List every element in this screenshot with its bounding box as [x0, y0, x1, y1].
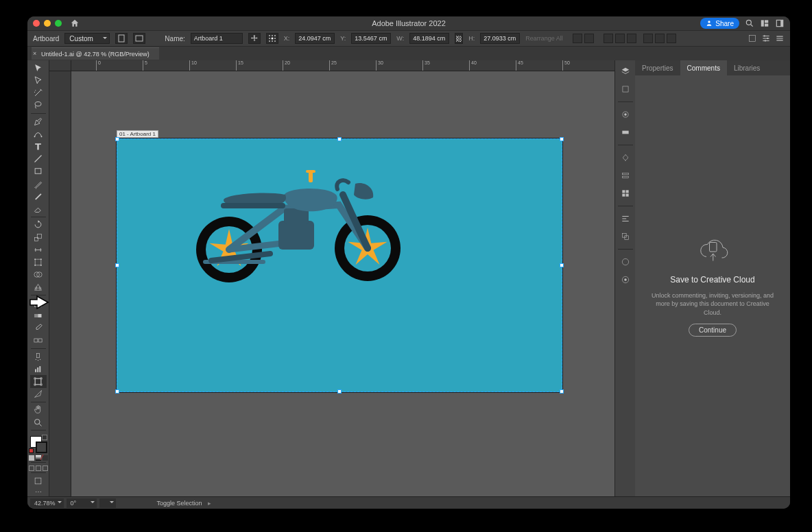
traffic-close[interactable] [33, 20, 40, 27]
x-input[interactable]: 24.0947 cm [295, 33, 335, 44]
traffic-max[interactable] [55, 20, 62, 27]
tab-comments[interactable]: Comments [680, 60, 727, 75]
panel-menu-icon[interactable] [775, 34, 785, 43]
viewport[interactable]: 01 - Artboard 1 [71, 71, 614, 496]
edit-toolbar-button[interactable]: ⋯ [31, 487, 46, 496]
artboard-option-button[interactable] [584, 34, 594, 43]
draw-behind-button[interactable] [36, 466, 41, 471]
pen-tool[interactable] [30, 115, 47, 128]
rotate-view-select[interactable]: 0° [67, 498, 97, 508]
type-tool[interactable] [30, 140, 47, 152]
align-bottom-button[interactable] [667, 34, 676, 43]
rectangle-tool[interactable] [30, 165, 47, 178]
perspective-grid-tool[interactable] [30, 281, 47, 293]
selection-tool[interactable] [30, 62, 47, 74]
pathfinder-panel-icon[interactable] [619, 230, 632, 243]
curvature-tool[interactable] [30, 128, 47, 140]
gradient-panel-icon[interactable] [619, 125, 632, 139]
gradient-mode-button[interactable] [36, 455, 41, 461]
symbol-sprayer-tool[interactable] [30, 350, 47, 363]
preset-select[interactable]: Custom [64, 33, 110, 44]
setup-icon[interactable] [748, 34, 757, 43]
none-mode-button[interactable]: ⁄ [43, 455, 48, 461]
artboard-nav-select[interactable] [99, 498, 116, 508]
traffic-min[interactable] [44, 20, 51, 27]
horizontal-ruler[interactable]: 05101520253035404550 [49, 60, 614, 71]
zoom-tool[interactable] [30, 416, 47, 428]
w-input[interactable]: 48.1894 cm [409, 33, 449, 44]
color-panel-icon[interactable] [619, 255, 632, 269]
document-tab[interactable]: × Untitled-1.ai @ 42.78 % (RGB/Preview) [32, 47, 159, 60]
share-button[interactable]: Share [700, 18, 739, 29]
rearrange-all-button[interactable]: Rearrange All [525, 35, 563, 42]
align-vcenter-button[interactable] [655, 34, 665, 43]
fill-stroke-swatches[interactable] [29, 435, 48, 453]
panel-toggle-icon[interactable] [775, 19, 785, 28]
orientation-portrait-button[interactable] [115, 33, 128, 44]
continue-button[interactable]: Continue [689, 324, 737, 337]
color-guide-panel-icon[interactable] [619, 273, 632, 287]
vertical-ruler[interactable] [49, 71, 71, 496]
gradient-tool[interactable] [30, 309, 47, 322]
hand-tool[interactable] [30, 404, 47, 416]
search-icon[interactable] [745, 19, 754, 28]
swatches-panel-icon[interactable] [619, 186, 632, 200]
line-tool[interactable] [30, 153, 47, 165]
scale-tool[interactable] [30, 231, 47, 243]
artboard-name-input[interactable]: Artboard 1 [191, 33, 243, 44]
h-input[interactable]: 27.0933 cm [480, 33, 520, 44]
shape-builder-tool[interactable] [30, 269, 47, 281]
align-left-button[interactable] [604, 34, 613, 43]
ruler-origin[interactable] [49, 60, 71, 71]
mesh-tool[interactable] [30, 297, 47, 309]
y-input[interactable]: 13.5467 cm [351, 33, 391, 44]
prefs-icon[interactable] [761, 34, 771, 43]
lasso-tool[interactable] [30, 99, 47, 112]
reference-point-button[interactable] [266, 33, 278, 44]
column-graph-tool[interactable] [30, 363, 47, 375]
default-fill-stroke-icon[interactable] [29, 448, 34, 453]
artboard-option-button[interactable] [573, 34, 582, 43]
tab-properties[interactable]: Properties [635, 60, 680, 75]
link-dimensions-button[interactable]: ⛓ [455, 33, 463, 44]
layers-panel-icon[interactable] [619, 64, 632, 78]
artboards-panel-icon[interactable] [619, 82, 632, 96]
screen-mode-button[interactable] [30, 474, 47, 487]
move-artwork-button[interactable] [248, 33, 261, 44]
slice-tool[interactable] [30, 388, 47, 400]
eyedropper-tool[interactable] [30, 322, 47, 335]
align-panel-icon[interactable] [619, 212, 632, 226]
swap-fill-stroke-icon[interactable] [42, 435, 47, 440]
workspace-icon[interactable] [760, 19, 769, 28]
ruler-tick: 15 [236, 60, 243, 71]
artboard-label: Artboard [33, 35, 59, 43]
free-transform-tool[interactable] [30, 256, 47, 268]
status-menu-arrow[interactable]: ▸ [208, 500, 211, 507]
svg-point-43 [36, 359, 36, 359]
tab-libraries[interactable]: Libraries [727, 60, 767, 75]
rotate-tool[interactable] [30, 219, 47, 231]
draw-inside-button[interactable] [43, 466, 48, 471]
draw-normal-button[interactable] [29, 466, 34, 471]
magic-wand-tool[interactable] [30, 86, 47, 99]
paintbrush-tool[interactable] [30, 178, 47, 190]
home-icon[interactable] [70, 19, 80, 28]
width-tool[interactable] [30, 243, 47, 256]
motorcycle-artwork[interactable] [181, 160, 414, 284]
direct-selection-tool[interactable] [30, 74, 47, 86]
color-mode-button[interactable] [29, 455, 34, 461]
artboard-tool[interactable] [30, 375, 47, 387]
close-tab-icon[interactable]: × [33, 50, 36, 57]
eraser-tool[interactable] [30, 203, 47, 215]
appearance-panel-icon[interactable] [619, 108, 632, 121]
align-hcenter-button[interactable] [615, 34, 625, 43]
shaper-tool[interactable] [30, 190, 47, 202]
zoom-select[interactable]: 42.78% [30, 498, 64, 508]
align-top-button[interactable] [643, 34, 653, 43]
stroke-swatch[interactable] [36, 442, 47, 453]
symbols-panel-icon[interactable] [619, 151, 632, 165]
align-right-button[interactable] [627, 34, 636, 43]
brushes-panel-icon[interactable] [619, 169, 632, 182]
blend-tool[interactable] [30, 335, 47, 347]
orientation-landscape-button[interactable] [133, 33, 145, 44]
